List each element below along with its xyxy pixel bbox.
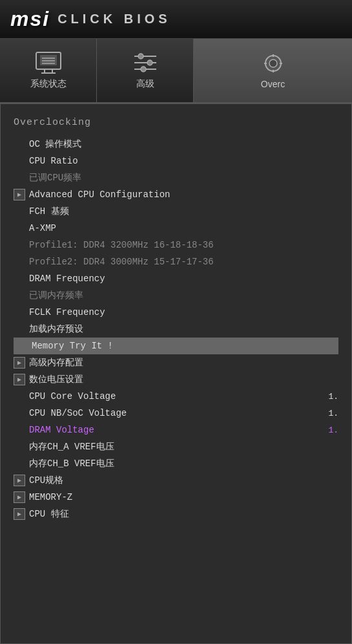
item-label: 高级内存配置 [29,357,338,369]
list-item[interactable]: DRAM Voltage 1. [14,422,338,438]
item-label: DRAM Frequency [29,274,338,284]
item-label: A-XMP [29,223,338,233]
list-item[interactable]: OC 操作模式 [14,136,338,153]
list-item[interactable]: ▶ CPU 特征 [14,506,338,522]
list-item[interactable]: 内存CH_B VREF电压 [14,455,338,472]
item-label: CPU Core Voltage [29,391,323,402]
item-label: 内存CH_B VREF电压 [29,458,338,469]
list-item[interactable]: ▶ 数位电压设置 [14,371,338,388]
item-label: FCLK Frequency [29,307,338,317]
item-label: MEMORY-Z [29,492,338,502]
item-label: 加载内存预设 [29,323,338,335]
main-content: Overclocking OC 操作模式 CPU Ratio 已调CPU频率 ▶… [0,103,352,644]
tab-advanced-label: 高级 [136,78,154,90]
list-item[interactable]: ▶ 高级内存配置 [14,354,338,371]
bios-title: CLICK BIOS [57,12,171,27]
expand-arrow-icon[interactable]: ▶ [14,491,25,503]
sliders-icon [132,51,159,74]
list-item[interactable]: CPU Core Voltage 1. [14,388,338,405]
item-label: Memory Try It ! [32,341,336,351]
section-title: Overclocking [14,117,338,128]
list-item-memory-try-it[interactable]: Memory Try It ! [14,338,338,354]
monitor-icon [35,51,62,74]
item-value: 1. [328,409,338,418]
svg-point-13 [141,67,146,72]
msi-logo: msi [10,7,50,31]
list-item[interactable]: CPU NB/SoC Voltage 1. [14,405,338,422]
svg-point-11 [138,54,143,59]
tab-overclocking-label: Overc [261,79,285,89]
list-item: 已调内存频率 [14,287,338,304]
list-item: Profile1: DDR4 3200MHz 16-18-18-36 [14,237,338,253]
item-label: CPU Ratio [29,156,338,166]
oc-icon [260,52,287,75]
item-value: 1. [328,392,338,402]
header: msi CLICK BIOS [0,0,352,39]
nav-tabs: 系统状态 高级 Overc [0,39,352,103]
item-label: 已调内存频率 [29,290,338,301]
item-value: 1. [328,425,338,435]
item-label: OC 操作模式 [29,138,338,150]
item-label: 内存CH_A VREF电压 [29,441,338,453]
list-item[interactable]: ▶ CPU规格 [14,472,338,489]
expand-arrow-icon[interactable]: ▶ [14,508,25,520]
expand-arrow-icon[interactable]: ▶ [14,374,25,385]
tab-advanced[interactable]: 高级 [97,39,194,102]
list-item[interactable]: 加载内存预设 [14,321,338,338]
svg-point-12 [147,60,152,65]
tab-system[interactable]: 系统状态 [0,39,97,102]
item-label: CPU 特征 [29,508,338,520]
item-label: DRAM Voltage [29,425,323,435]
item-label: 已调CPU频率 [29,172,338,184]
tab-overclocking[interactable]: Overc [194,39,352,102]
list-item[interactable]: 内存CH_A VREF电压 [14,438,338,455]
item-label: CPU NB/SoC Voltage [29,408,323,418]
list-item: 已调CPU频率 [14,169,338,186]
item-label: 数位电压设置 [29,374,338,385]
item-label: Advanced CPU Configuration [29,189,338,200]
list-item[interactable]: CPU Ratio [14,153,338,169]
expand-arrow-icon[interactable]: ▶ [14,189,25,200]
item-label: Profile1: DDR4 3200MHz 16-18-18-36 [29,240,338,250]
list-item: Profile2: DDR4 3000MHz 15-17-17-36 [14,253,338,270]
list-item[interactable]: ▶ Advanced CPU Configuration [14,186,338,203]
item-label: CPU规格 [29,475,338,486]
expand-arrow-icon[interactable]: ▶ [14,475,25,486]
menu-list: OC 操作模式 CPU Ratio 已调CPU频率 ▶ Advanced CPU… [14,136,338,522]
tab-system-label: 系统状态 [30,78,67,90]
list-item[interactable]: DRAM Frequency [14,270,338,287]
list-item[interactable]: ▶ MEMORY-Z [14,489,338,506]
expand-arrow-icon[interactable]: ▶ [14,357,25,369]
list-item[interactable]: A-XMP [14,220,338,237]
item-label: FCH 基频 [29,206,338,217]
list-item[interactable]: FCLK Frequency [14,304,338,321]
list-item[interactable]: FCH 基频 [14,203,338,220]
item-label: Profile2: DDR4 3000MHz 15-17-17-36 [29,257,338,267]
svg-point-15 [269,59,277,67]
